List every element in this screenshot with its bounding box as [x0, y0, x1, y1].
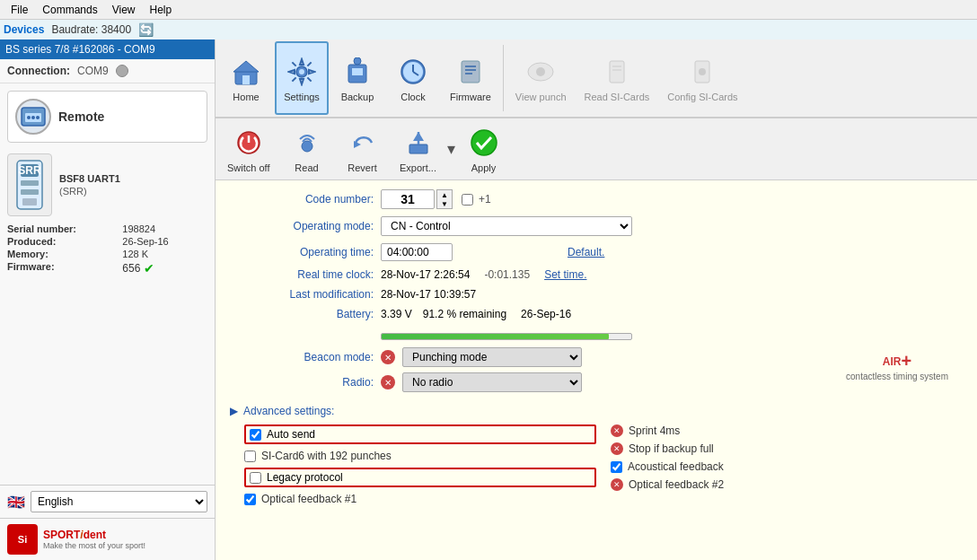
sicard6-checkbox[interactable] — [244, 451, 256, 462]
export-icon — [400, 125, 436, 161]
acoustical-row: Acoustical feedback — [611, 460, 963, 473]
device-specs: Serial number: 198824 Produced: 26-Sep-1… — [7, 223, 207, 276]
toolbar-firmware-btn[interactable]: Firmware — [442, 41, 499, 115]
rtc-value: 28-Nov-17 2:26:54 — [381, 268, 470, 281]
operating-mode-label: Operating mode: — [230, 220, 374, 232]
toolbar-clock-btn[interactable]: Clock — [386, 41, 440, 115]
svg-rect-38 — [409, 144, 427, 153]
toolbar-row1: Home Settings Backup Clock — [216, 39, 977, 118]
main-layout: BS series 7/8 #162086 - COM9 Connection:… — [0, 39, 977, 560]
code-plus-label: +1 — [479, 193, 491, 206]
set-time-link[interactable]: Set time. — [544, 268, 586, 281]
advanced-grid: Auto send SI-Card6 with 192 punches Le — [230, 424, 963, 505]
revert-icon — [345, 125, 381, 161]
beacon-remove-icon[interactable]: ✕ — [381, 350, 395, 364]
radio-select[interactable]: No radio — [402, 372, 582, 392]
toolbar-export-btn[interactable]: Export... — [392, 120, 445, 178]
toolbar-row2: Switch off Read Revert Exp — [216, 118, 977, 180]
battery-row: Battery: 3.39 V 91.2 % remaining 26-Sep-… — [230, 308, 963, 340]
sidebar-device-item[interactable]: BS series 7/8 #162086 - COM9 — [0, 39, 215, 59]
menu-commands[interactable]: Commands — [35, 2, 104, 18]
toolbar-home-btn[interactable]: Home — [219, 41, 273, 115]
language-select[interactable]: English — [31, 491, 207, 512]
devices-bar: Devices Baudrate: 38400 🔄 — [0, 20, 977, 39]
export-dropdown-arrow[interactable]: ▾ — [447, 139, 455, 159]
toolbar-read-btn[interactable]: Read — [280, 120, 334, 178]
legacy-checkbox[interactable] — [250, 472, 261, 484]
svg-rect-10 — [22, 198, 37, 206]
code-number-label: Code number: — [230, 193, 374, 206]
device-sub-icon: SRR — [7, 153, 52, 216]
toolbar-switchoff-btn[interactable]: Switch off — [219, 120, 278, 178]
svg-point-28 — [536, 67, 545, 76]
stopbackup-label: Stop if backup full — [629, 442, 714, 455]
acoustical-checkbox[interactable] — [611, 461, 622, 473]
sprint4ms-x-icon: ✕ — [611, 424, 623, 437]
toolbar-backup-btn[interactable]: Backup — [330, 41, 384, 115]
menu-help[interactable]: Help — [143, 2, 180, 18]
serial-value: 198824 — [122, 223, 207, 234]
autosend-checkbox[interactable] — [250, 429, 261, 441]
autosend-row: Auto send — [244, 424, 596, 444]
operating-mode-select[interactable]: CN - Control SRR - Remote UART - Direct — [381, 216, 632, 236]
legacy-row: Legacy protocol — [244, 468, 596, 487]
toolbar-revert-btn[interactable]: Revert — [336, 120, 390, 178]
viewpunch-label: View punch — [515, 92, 567, 102]
refresh-icon[interactable]: 🔄 — [138, 22, 154, 37]
export-label: Export... — [400, 162, 436, 173]
sprint4ms-row: ✕ Sprint 4ms — [611, 424, 963, 437]
beacon-mode-select[interactable]: Punching mode Beacon mode — [402, 347, 582, 367]
svg-rect-13 — [242, 75, 250, 84]
svg-rect-29 — [610, 61, 624, 83]
configsi-label: Config SI-Cards — [667, 92, 737, 102]
last-mod-label: Last modification: — [230, 288, 374, 301]
device-sub-row: SRR BSF8 UART1 (SRR) — [0, 150, 215, 220]
code-spin-up[interactable]: ▲ — [437, 190, 452, 199]
code-number-field: ▲ ▼ +1 — [381, 189, 963, 209]
sportident-logo-icon: Si — [7, 524, 38, 555]
svg-point-41 — [471, 130, 497, 155]
svg-point-18 — [354, 57, 361, 65]
connection-value: COM9 — [77, 65, 109, 77]
optfb2-row: ✕ Optical feedback #2 — [611, 478, 963, 491]
sprint4ms-label: Sprint 4ms — [629, 424, 680, 437]
autosend-label: Auto send — [267, 428, 315, 441]
content-area: Home Settings Backup Clock — [216, 39, 977, 560]
svg-marker-37 — [354, 141, 361, 148]
optfb1-row: Optical feedback #1 — [244, 493, 596, 505]
code-spinner: ▲ ▼ — [436, 189, 453, 209]
produced-label: Produced: — [7, 236, 115, 247]
code-spin-down[interactable]: ▼ — [437, 199, 452, 208]
produced-value: 26-Sep-16 — [122, 236, 207, 247]
default-link[interactable]: Default. — [568, 246, 604, 258]
toolbar-settings-btn[interactable]: Settings — [275, 41, 329, 115]
radio-row: Radio: ✕ No radio — [230, 372, 817, 392]
toolbar-viewpunch-btn[interactable]: View punch — [507, 41, 575, 115]
apply-label: Apply — [471, 162, 497, 173]
rtc-offset: -0:01.135 — [484, 268, 530, 281]
svg-text:SRR: SRR — [18, 164, 41, 177]
menu-view[interactable]: View — [105, 2, 143, 18]
advanced-section: ▶ Advanced settings: Auto send — [230, 405, 963, 505]
radio-remove-icon[interactable]: ✕ — [381, 375, 395, 389]
device-remote-icon — [15, 99, 51, 135]
toolbar-configsi-btn[interactable]: Config SI-Cards — [659, 41, 745, 115]
code-plus-checkbox[interactable] — [462, 194, 473, 206]
sicard6-label: SI-Card6 with 192 punches — [261, 450, 392, 462]
code-number-input[interactable] — [381, 189, 435, 209]
firmware-label: Firmware: — [7, 261, 115, 276]
toolbar-readsi-btn[interactable]: Read SI-Cards — [577, 41, 658, 115]
svg-point-36 — [302, 141, 312, 152]
code-number-row: Code number: ▲ ▼ +1 — [230, 189, 963, 209]
advanced-chevron-icon[interactable]: ▶ — [230, 405, 238, 417]
operating-time-input[interactable] — [381, 243, 453, 261]
firmware-icon — [453, 54, 488, 90]
read-icon — [289, 125, 325, 161]
firmware-label: Firmware — [450, 92, 491, 102]
optfb1-checkbox[interactable] — [244, 494, 256, 505]
memory-value: 128 K — [122, 249, 207, 259]
advanced-label: Advanced settings: — [243, 405, 334, 417]
menu-file[interactable]: File — [4, 2, 35, 18]
acoustical-label: Acoustical feedback — [628, 460, 724, 473]
toolbar-apply-btn[interactable]: Apply — [457, 120, 511, 178]
